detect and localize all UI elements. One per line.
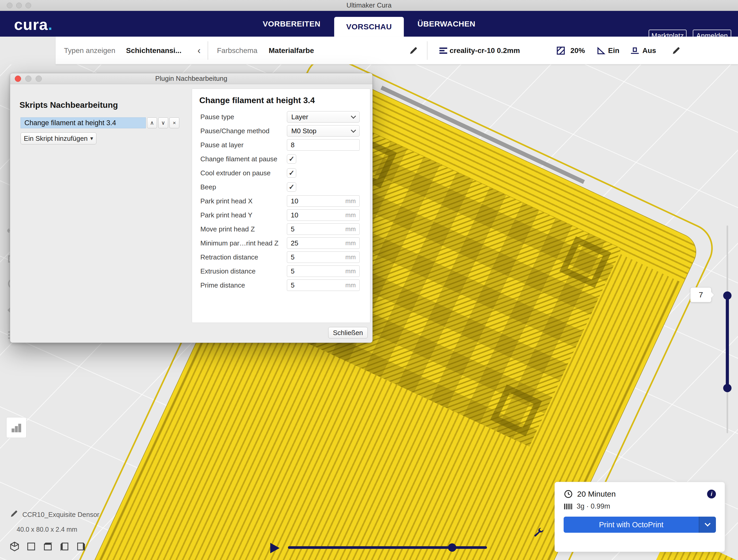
material-usage-icon [564,503,573,510]
info-icon[interactable]: i [707,490,716,498]
minimize-window-icon[interactable] [16,3,22,8]
view-right-icon[interactable] [76,541,86,552]
print-with-octoprint-button[interactable]: Print with OctoPrint [564,517,716,533]
field-row: Extrusion distance 5mm [197,264,365,278]
pause-type-select[interactable]: Layer [287,111,360,123]
prime-distance-input[interactable]: 5mm [287,279,360,291]
object-dimensions: 40.0 x 80.0 x 2.4 mm [17,526,77,533]
close-dialog-button[interactable]: Schließen [328,327,368,339]
scripts-heading: Skripts Nachbearbeitung [19,100,118,110]
printer-profile[interactable]: creality-cr-10 0.2mm [449,37,520,64]
pause-method-select[interactable]: M0 Stop [287,125,360,137]
view-front-icon[interactable] [26,541,36,552]
cura-logo: cura. [14,16,52,33]
color-scheme-label: Farbschema [217,37,258,64]
dialog-titlebar[interactable]: Plugin Nachbearbeitung [10,73,372,84]
toolbar-divider [427,41,427,60]
window-title: Ultimaker Cura [346,1,391,9]
field-row: Pause/Change method M0 Stop [197,124,365,138]
dialog-close-icon[interactable] [15,76,21,82]
chevron-down-icon [705,521,711,527]
print-time: 20 Minuten [577,490,616,498]
retraction-distance-input[interactable]: 5mm [287,251,360,263]
pencil-icon [672,46,681,55]
field-row: Cool extruder on pause ✓ [197,166,365,180]
park-head-y-input[interactable]: 10mm [287,209,360,221]
add-script-button[interactable]: Ein Skript hinzufügen ▾ [21,132,96,144]
field-label: Move print head Z [197,225,287,233]
color-scheme-value[interactable]: Materialfarbe [269,37,314,64]
material-usage: 3g · 0.99m [577,502,610,510]
rename-object-button[interactable] [10,510,18,518]
tab-vorbereiten[interactable]: VORBEREITEN [257,11,326,37]
field-label: Pause at layer [197,141,287,149]
chevron-down-icon [351,127,356,133]
checkmark-icon: ✓ [289,183,295,191]
close-window-icon[interactable] [7,3,12,8]
pause-at-layer-input[interactable]: 8 [287,139,360,151]
field-label: Beep [197,183,287,191]
support-value[interactable]: Ein [608,37,620,64]
dialog-minimize-icon[interactable] [25,76,31,82]
field-label: Pause/Change method [197,127,287,135]
script-settings-title: Change filament at height 3.4 [199,96,365,105]
field-row: Pause at layer 8 [197,138,365,152]
view-type-value[interactable]: Schichtenansi... [126,37,181,64]
zoom-window-icon[interactable] [25,3,31,8]
field-row: Move print head Z 5mm [197,222,365,236]
infill-value[interactable]: 20% [571,37,585,64]
tab-ueberwachen[interactable]: ÜBERWACHEN [412,11,481,37]
layer-slider-range[interactable] [726,296,729,388]
simulation-slider-handle[interactable] [448,543,456,552]
move-script-up-button[interactable]: ∧ [147,117,157,128]
adjust-wrench-icon[interactable] [533,527,544,538]
dialog-title: Plugin Nachbearbeitung [155,75,228,83]
view-3d-icon[interactable] [9,541,20,552]
minimum-park-head-z-input[interactable]: 25mm [287,237,360,249]
qr-finder-square [560,236,611,288]
script-list-row: Change filament at height 3.4 ∧ ∨ × [21,117,179,128]
view-top-icon[interactable] [43,541,53,552]
edit-print-settings-button[interactable] [672,37,681,64]
park-head-x-input[interactable]: 10mm [287,195,360,207]
field-label: Change filament at pause [197,155,287,163]
cool-extruder-checkbox[interactable]: ✓ [287,168,296,178]
selected-script[interactable]: Change filament at height 3.4 [21,117,146,128]
play-button[interactable] [270,543,280,553]
extrusion-distance-input[interactable]: 5mm [287,265,360,277]
change-filament-checkbox[interactable]: ✓ [287,154,296,164]
view-left-icon[interactable] [59,541,70,552]
print-settings-icon [439,37,448,64]
checkmark-icon: ✓ [289,169,295,177]
app-header: cura. VORBEREITEN VORSCHAU ÜBERWACHEN Ma… [0,11,738,37]
field-row: Minimum par…rint head Z 25mm [197,236,365,250]
field-row: Pause type Layer [197,110,365,124]
simulation-slider-track[interactable] [288,546,487,549]
field-row: Change filament at pause ✓ [197,152,365,166]
dialog-zoom-icon[interactable] [36,76,42,82]
os-titlebar: Ultimaker Cura [0,0,738,11]
tab-vorschau[interactable]: VORSCHAU [334,17,404,37]
field-label: Cool extruder on pause [197,169,287,177]
tool-support-blocker[interactable] [6,417,26,438]
print-options-dropdown[interactable] [699,517,716,533]
field-label: Prime distance [197,281,287,290]
layer-slider-bottom-handle[interactable] [723,384,732,392]
post-processing-dialog: Plugin Nachbearbeitung Skripts Nachbearb… [10,73,373,343]
edit-view-button[interactable] [409,37,418,64]
field-row: Retraction distance 5mm [197,250,365,264]
field-row: Prime distance 5mm [197,278,365,292]
move-head-z-input[interactable]: 5mm [287,223,360,235]
collapse-panel-button[interactable]: ‹ [198,37,201,64]
remove-script-button[interactable]: × [169,117,179,128]
field-row: Park print head Y 10mm [197,208,365,222]
clock-icon [564,489,573,499]
checkmark-icon: ✓ [289,155,295,163]
beep-checkbox[interactable]: ✓ [287,182,296,192]
print-info-panel: 20 Minuten i 3g · 0.99m Print with OctoP… [555,482,725,552]
adhesion-value[interactable]: Aus [642,37,656,64]
field-row: Beep ✓ [197,180,365,194]
layer-slider-top-handle[interactable] [723,292,732,300]
move-script-down-button[interactable]: ∨ [158,117,168,128]
toolbar-divider [208,41,208,60]
